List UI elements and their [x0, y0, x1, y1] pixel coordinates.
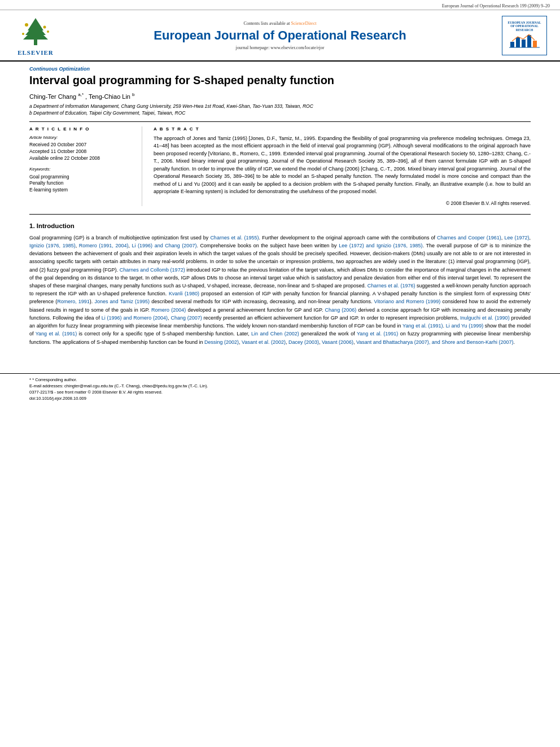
logo-title: EUROPEAN JOURNAL OF OPERATIONAL RESEARCH [508, 21, 541, 32]
footer-issn: 0377-2217/$ - see front matter © 2008 El… [29, 390, 531, 395]
svg-rect-11 [522, 40, 526, 47]
article-history-label: Article history: [29, 135, 135, 140]
svg-point-5 [43, 26, 46, 29]
page: European Journal of Operational Research… [0, 0, 560, 747]
sciencedirect-line: Contents lists available at ScienceDirec… [244, 21, 317, 26]
ref-li1996b[interactable]: Li (1996) and Romero (2004) [102, 315, 168, 321]
ref-liyu1999[interactable]: Li and Yu (1999) [446, 323, 483, 329]
ref-yang1991b[interactable]: Yang et al. (1991) [36, 331, 77, 337]
article-info-title: A R T I C L E I N F O [29, 126, 135, 132]
keyword-3: E-learning system [29, 187, 135, 193]
ref-charnes1961[interactable]: Charnes and Cooper (1961) [437, 235, 501, 241]
ref-vasant2002[interactable]: Vasant et al. (2002) [242, 339, 286, 345]
svg-rect-9 [510, 42, 514, 47]
abstract-text: The approach of Jones and Tamiz (1995) [… [154, 135, 531, 196]
svg-point-4 [25, 23, 28, 27]
abstract-label: A B S T R A C T [154, 126, 531, 132]
ref-li1996[interactable]: Li (1996) [132, 243, 153, 248]
keyword-1: Goal programming [29, 174, 135, 180]
ref-kvanli1980[interactable]: Kvanli (1980) [169, 291, 199, 296]
authors-line: Ching-Ter Chang a,* , Teng-Chiao Lin b [29, 92, 531, 100]
author2: Teng-Chiao Lin b [89, 93, 135, 100]
received-date: Received 20 October 2007 [29, 142, 135, 147]
ref-charnes1955[interactable]: Charnes et al. (1955) [210, 235, 259, 241]
section-label: Continuous Optimization [29, 66, 531, 72]
ref-vasant2007[interactable]: Vasant and Bhattacharya (2007), and Shor… [356, 339, 514, 345]
author2-sup: b [132, 92, 134, 97]
ref-vitoriano1999[interactable]: Vitoriano and Romero (1999) [374, 299, 441, 304]
ref-romero1991b[interactable]: Romero, 1991 [57, 299, 90, 304]
intro-heading: 1. Introduction [29, 222, 531, 229]
journal-title: European Journal of Operational Research [154, 28, 406, 43]
page-footer: * * Corresponding author. E-mail address… [0, 373, 560, 401]
elsevier-tree-icon [15, 15, 56, 47]
ref-charnes1976[interactable]: Charnes et al. (1976) [368, 283, 415, 289]
ref-linchen2002[interactable]: Lin and Chen (2002) [251, 331, 299, 337]
svg-rect-10 [516, 37, 520, 47]
intro-paragraph1: Goal programming (GP) is a branch of mul… [29, 234, 531, 346]
section-divider [29, 214, 531, 215]
ref-romero2004[interactable]: Romero (2004) [151, 307, 186, 313]
ref-ignizio1976[interactable]: Ignizio (1976, 1985) [29, 243, 76, 248]
affiliations: a Department of Information Management, … [29, 103, 531, 116]
elsevier-logo: ELSEVIER [15, 15, 56, 56]
logo-chart-icon [507, 32, 542, 50]
keywords-section: Keywords: Goal programming Penalty funct… [29, 167, 135, 193]
ref-inulguchi1990[interactable]: Inulguchi et al. (1990) [460, 315, 510, 321]
ref-yang1991a[interactable]: Yang et al. (1991) [403, 323, 443, 329]
journal-ref-line: European Journal of Operational Research… [0, 0, 560, 10]
ref-yang1991c[interactable]: Yang et al. (1991) [357, 331, 398, 337]
svg-point-7 [47, 30, 49, 33]
ref-dessing2002[interactable]: Dessing (2002) [204, 339, 239, 345]
main-content: Continuous Optimization Interval goal pr… [0, 62, 560, 362]
sciencedirect-link[interactable]: ScienceDirect [291, 21, 317, 26]
journal-logo-box-area: EUROPEAN JOURNAL OF OPERATIONAL RESEARCH [499, 15, 550, 56]
footnote-email: E-mail addresses: chingter@mail.cgu.edu.… [29, 383, 531, 388]
ref-chang2006[interactable]: Chang (2006) [325, 307, 357, 313]
journal-header-center: Contents lists available at ScienceDirec… [67, 15, 493, 56]
ref-dacey2003[interactable]: Dacey (2003) [288, 339, 319, 345]
ref-charnes1972[interactable]: Charnes and Collomb (1972) [120, 267, 185, 273]
ref-jones1995[interactable]: Jones and Tamiz (1995) [94, 299, 150, 304]
elsevier-logo-area: ELSEVIER [10, 15, 61, 56]
article-info-abstract: A R T I C L E I N F O Article history: R… [29, 121, 531, 206]
affiliation-a: a Department of Information Management, … [29, 103, 531, 109]
introduction-section: 1. Introduction Goal programming (GP) is… [29, 222, 531, 346]
sciencedirect-prefix: Contents lists available at [244, 21, 291, 26]
paper-title: Interval goal programming for S-shaped p… [29, 73, 531, 88]
journal-homepage: journal homepage: www.elsevier.com/locat… [236, 45, 325, 50]
author1: Ching-Ter Chang a,* [29, 93, 84, 100]
ref-lee1972b[interactable]: Lee (1972) and Ignizio (1976, 1985) [339, 243, 422, 248]
svg-rect-12 [527, 35, 531, 47]
keyword-2: Penalty function [29, 180, 135, 186]
ref-lee1972[interactable]: Lee (1972) [504, 235, 529, 241]
journal-logo-box: EUROPEAN JOURNAL OF OPERATIONAL RESEARCH [502, 16, 547, 55]
article-info-col: A R T I C L E I N F O Article history: R… [29, 126, 142, 206]
affiliation-b: b Department of Education, Taipei City G… [29, 110, 531, 116]
accepted-date: Accepted 11 October 2008 [29, 148, 135, 154]
footnote-star: * * Corresponding author. [29, 377, 531, 382]
author1-sup: a,* [78, 92, 84, 97]
available-date: Available online 22 October 2008 [29, 155, 135, 161]
svg-rect-13 [533, 41, 537, 47]
ref-chang2007b[interactable]: Chang (2007) [170, 315, 202, 321]
ref-vasant2006[interactable]: Vasant (2006) [322, 339, 353, 345]
ref-romero1991[interactable]: Romero (1991, 2004) [79, 243, 129, 248]
copyright-line: © 2008 Elsevier B.V. All rights reserved… [154, 200, 531, 206]
svg-point-6 [22, 33, 24, 35]
abstract-col: A B S T R A C T The approach of Jones an… [154, 126, 531, 206]
journal-ref-text: European Journal of Operational Research… [442, 3, 550, 8]
keywords-label: Keywords: [29, 167, 135, 172]
footer-doi: doi:10.1016/j.ejor.2008.10.009 [29, 396, 531, 401]
ref-chang2007a[interactable]: and Chang (2007) [155, 243, 197, 248]
journal-header: ELSEVIER Contents lists available at Sci… [0, 10, 560, 62]
elsevier-brand-text: ELSEVIER [18, 49, 54, 56]
